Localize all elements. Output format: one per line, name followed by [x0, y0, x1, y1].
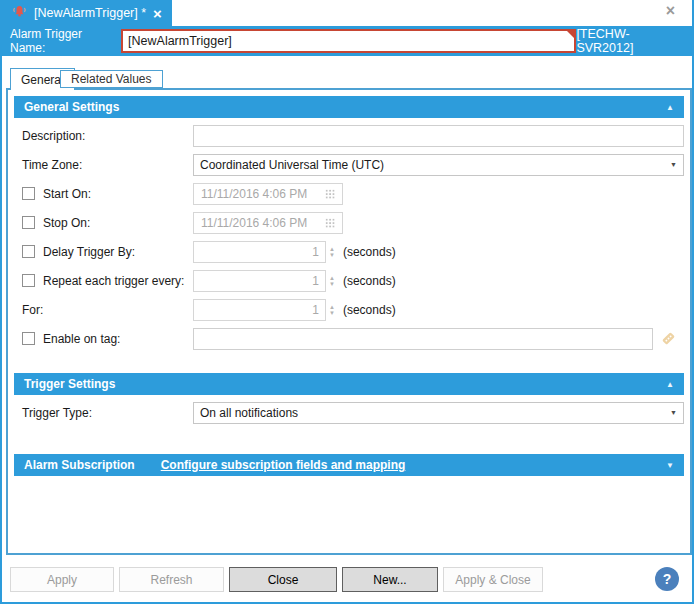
- spin-down-icon[interactable]: ▼: [329, 281, 335, 287]
- repeat-row: Repeat each trigger every: 1 ▲ ▼ (second…: [14, 266, 684, 295]
- for-row: For: 1 ▲ ▼ (seconds): [14, 295, 684, 324]
- delay-label: Delay Trigger By:: [43, 245, 135, 259]
- for-spinner[interactable]: ▲ ▼: [329, 299, 335, 321]
- delay-spinner[interactable]: ▲ ▼: [329, 241, 335, 263]
- stop-on-row: Stop On: 11/11/2016 4:06 PM: [14, 208, 684, 237]
- repeat-number-input[interactable]: 1: [193, 270, 326, 292]
- alarm-trigger-name-input[interactable]: [123, 31, 574, 51]
- date-picker-grid-icon[interactable]: [325, 189, 335, 199]
- repeat-spinner[interactable]: ▲ ▼: [329, 270, 335, 292]
- time-zone-label: Time Zone:: [22, 158, 82, 172]
- collapse-up-icon[interactable]: ▲: [666, 103, 674, 112]
- general-tab-panel: General Settings ▲ Description: Time Zon…: [6, 88, 692, 555]
- alarm-bell-icon: [12, 4, 27, 22]
- start-on-row: Start On: 11/11/2016 4:06 PM: [14, 179, 684, 208]
- delay-number-input[interactable]: 1: [193, 241, 326, 263]
- name-bar: Alarm Trigger Name: [TECHW-SVR2012]: [2, 26, 692, 56]
- start-on-date-value: 11/11/2016 4:06 PM: [201, 187, 325, 201]
- enable-on-tag-label: Enable on tag:: [43, 332, 120, 346]
- collapse-down-icon[interactable]: ▼: [666, 461, 674, 470]
- dropdown-arrow-icon: ▼: [670, 161, 677, 168]
- general-settings-title: General Settings: [24, 100, 119, 114]
- window-close-icon[interactable]: ×: [666, 3, 675, 19]
- trigger-type-value: On all notifications: [200, 406, 298, 420]
- apply-and-close-button[interactable]: Apply & Close: [443, 567, 543, 592]
- tab-general-label: General: [21, 73, 64, 87]
- spin-down-icon[interactable]: ▼: [329, 310, 335, 316]
- date-picker-grid-icon[interactable]: [325, 218, 335, 228]
- repeat-value: 1: [312, 274, 319, 288]
- close-button[interactable]: Close: [229, 567, 337, 592]
- delay-value: 1: [312, 245, 319, 259]
- enable-on-tag-row: Enable on tag:: [14, 324, 684, 353]
- trigger-settings-rows: Trigger Type: On all notifications ▼: [14, 398, 684, 427]
- document-tab[interactable]: [NewAlarmTrigger] * ×: [2, 0, 172, 26]
- document-tab-title: [NewAlarmTrigger] *: [34, 6, 146, 20]
- start-on-checkbox[interactable]: [22, 187, 35, 200]
- new-button[interactable]: New...: [342, 567, 438, 592]
- trigger-type-select[interactable]: On all notifications ▼: [193, 402, 684, 424]
- delay-checkbox[interactable]: [22, 245, 35, 258]
- trigger-settings-header[interactable]: Trigger Settings ▲: [14, 373, 684, 395]
- time-zone-value: Coordinated Universal Time (UTC): [200, 158, 384, 172]
- collapse-up-icon[interactable]: ▲: [666, 380, 674, 389]
- trigger-settings-title: Trigger Settings: [24, 377, 115, 391]
- repeat-units-label: (seconds): [343, 274, 396, 288]
- enable-on-tag-checkbox[interactable]: [22, 332, 35, 345]
- start-on-label: Start On:: [43, 187, 91, 201]
- for-units-label: (seconds): [343, 303, 396, 317]
- for-number-input[interactable]: 1: [193, 299, 326, 321]
- tag-browse-icon[interactable]: [660, 330, 677, 347]
- alarm-trigger-name-field-wrap: [121, 29, 576, 53]
- delay-units-label: (seconds): [343, 245, 396, 259]
- stop-on-label: Stop On:: [43, 216, 90, 230]
- validation-error-flag-icon: [567, 31, 574, 38]
- dropdown-arrow-icon: ▼: [670, 409, 677, 416]
- configure-subscription-link[interactable]: Configure subscription fields and mappin…: [161, 458, 406, 472]
- button-bar: Apply Refresh Close New... Apply & Close…: [2, 555, 692, 602]
- delay-row: Delay Trigger By: 1 ▲ ▼ (seconds): [14, 237, 684, 266]
- alarm-trigger-name-label: Alarm Trigger Name:: [10, 27, 114, 55]
- stop-on-checkbox[interactable]: [22, 216, 35, 229]
- for-label: For:: [22, 303, 43, 317]
- repeat-checkbox[interactable]: [22, 274, 35, 287]
- stop-on-date-input[interactable]: 11/11/2016 4:06 PM: [193, 212, 343, 234]
- tab-close-icon[interactable]: ×: [153, 6, 162, 21]
- spin-down-icon[interactable]: ▼: [329, 252, 335, 258]
- apply-button[interactable]: Apply: [10, 567, 114, 592]
- general-settings-header[interactable]: General Settings ▲: [14, 96, 684, 118]
- trigger-type-row: Trigger Type: On all notifications ▼: [14, 398, 684, 427]
- trigger-type-label: Trigger Type:: [22, 406, 92, 420]
- repeat-label: Repeat each trigger every:: [43, 274, 184, 288]
- tab-related-values[interactable]: Related Values: [60, 70, 163, 88]
- refresh-button[interactable]: Refresh: [119, 567, 224, 592]
- alarm-subscription-header[interactable]: Alarm Subscription Configure subscriptio…: [14, 454, 684, 476]
- stop-on-date-value: 11/11/2016 4:06 PM: [201, 216, 325, 230]
- time-zone-select[interactable]: Coordinated Universal Time (UTC) ▼: [193, 154, 684, 176]
- for-value: 1: [312, 303, 319, 317]
- tab-related-values-label: Related Values: [71, 72, 152, 86]
- enable-on-tag-input[interactable]: [193, 328, 653, 350]
- description-input[interactable]: [193, 125, 684, 147]
- help-button[interactable]: ?: [655, 567, 679, 591]
- general-settings-rows: Description: Time Zone: Coordinated Univ…: [14, 121, 684, 353]
- description-label: Description:: [22, 129, 85, 143]
- alarm-trigger-editor-window: [NewAlarmTrigger] * × × Alarm Trigger Na…: [0, 0, 694, 604]
- start-on-date-input[interactable]: 11/11/2016 4:06 PM: [193, 183, 343, 205]
- description-row: Description:: [14, 121, 684, 150]
- time-zone-row: Time Zone: Coordinated Universal Time (U…: [14, 150, 684, 179]
- server-name-label: [TECHW-SVR2012]: [576, 27, 680, 55]
- alarm-subscription-title: Alarm Subscription: [24, 458, 135, 472]
